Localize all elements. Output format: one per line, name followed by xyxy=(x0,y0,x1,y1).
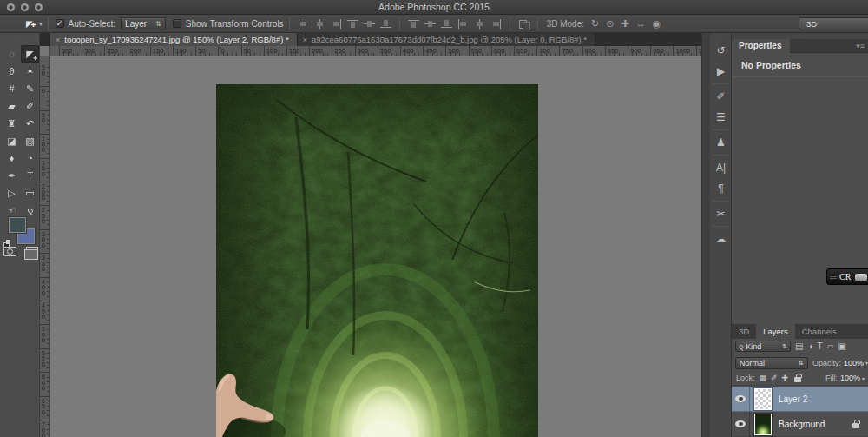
magic-wand-tool[interactable]: ✶ xyxy=(21,63,39,80)
layer-thumbnail[interactable] xyxy=(754,414,772,435)
workspace-switcher-button[interactable]: 3D xyxy=(799,17,868,30)
cr-button[interactable] xyxy=(855,274,867,281)
3d-camera-icon[interactable]: ◉ xyxy=(653,18,661,30)
tab-channels[interactable]: Channels xyxy=(795,324,844,339)
3d-slide-icon[interactable]: ↔ xyxy=(636,18,646,29)
paragraph-panel-icon[interactable]: ¶ xyxy=(710,178,732,199)
pen-tool[interactable]: ✒ xyxy=(3,167,21,184)
screen-mode-icon[interactable] xyxy=(26,247,38,255)
layer-row[interactable]: Layer 2 xyxy=(732,387,868,412)
align-left-edges-icon[interactable] xyxy=(298,19,309,29)
document-tab[interactable]: ×tooopen_sy_170936247241.jpg @ 150% (Lay… xyxy=(50,33,298,46)
3d-pan-icon[interactable]: ✚ xyxy=(621,18,628,30)
eye-icon[interactable] xyxy=(735,395,746,402)
zoom-tool[interactable]: ρ xyxy=(21,202,39,219)
panel-grip-icon[interactable]: ∙∙ xyxy=(710,33,731,40)
hand-tool[interactable]: ☜ xyxy=(3,202,21,219)
opacity-value[interactable]: 100% xyxy=(844,359,864,367)
healing-brush-tool[interactable]: ▰ xyxy=(3,97,21,115)
clone-stamp-tool[interactable]: ♜ xyxy=(3,115,21,132)
crop-tool[interactable]: # xyxy=(3,80,21,97)
eye-icon[interactable] xyxy=(735,420,746,427)
eraser-tool[interactable]: ◪ xyxy=(3,132,21,149)
layer-visibility-cell[interactable] xyxy=(732,387,750,412)
tab-3d[interactable]: 3D xyxy=(732,324,756,339)
eyedropper-tool[interactable]: ✎ xyxy=(21,80,39,97)
brush-settings-panel-icon[interactable]: ✐ xyxy=(710,86,732,107)
blend-mode-dropdown[interactable]: Normal ⇅ xyxy=(735,357,808,369)
blur-tool[interactable]: ♦ xyxy=(3,149,21,167)
lock-transparency-icon[interactable]: ▦ xyxy=(760,374,767,382)
panel-grip-icon[interactable]: ∙∙ xyxy=(0,33,39,40)
align-right-edges-icon[interactable] xyxy=(331,19,342,29)
tool-presets-panel-icon[interactable]: ✂ xyxy=(710,203,732,224)
layer-thumbnail[interactable] xyxy=(754,388,772,410)
creative-cloud-icon[interactable]: ☁ xyxy=(710,228,732,249)
lasso-tool[interactable]: ϑ xyxy=(3,63,21,80)
3d-roll-icon[interactable]: ⊙ xyxy=(606,18,614,30)
layer-comps-panel-icon[interactable]: ♟ xyxy=(710,132,732,153)
fill-value[interactable]: 100% xyxy=(840,374,860,382)
layer-row[interactable]: Background xyxy=(732,412,868,437)
tab-properties[interactable]: Properties xyxy=(732,39,790,53)
horizontal-ruler[interactable]: 3503002502001501005005010015020025030035… xyxy=(50,46,701,56)
3d-orbit-icon[interactable]: ↻ xyxy=(591,18,599,30)
filter-shape-layers-icon[interactable]: ▱ xyxy=(827,341,834,351)
distribute-top-edges-icon[interactable] xyxy=(408,19,419,29)
quick-mask-mode-icon[interactable] xyxy=(3,247,16,256)
floating-cr-bar[interactable]: CR xyxy=(826,268,868,285)
layer-name[interactable]: Background xyxy=(779,420,825,429)
marquee-tool[interactable]: ◌ xyxy=(3,45,21,63)
lock-all-icon[interactable] xyxy=(794,377,801,382)
no-properties-text: No Properties xyxy=(732,53,868,70)
distribute-vertical-centers-icon[interactable] xyxy=(424,19,436,29)
opacity-label: Opacity: xyxy=(812,359,841,367)
show-transform-checkbox[interactable] xyxy=(173,19,181,28)
panel-grip-icon[interactable]: ∙∙ xyxy=(732,33,868,39)
align-bottom-edges-icon[interactable] xyxy=(380,19,391,29)
distribute-right-edges-icon[interactable] xyxy=(490,19,502,29)
brush-tool[interactable]: ✐ xyxy=(21,97,39,115)
document-tab[interactable]: ×a92cea60776a1630a17673dd07fb24d2_b.jpg … xyxy=(298,33,595,46)
align-horizontal-centers-icon[interactable] xyxy=(314,19,326,29)
character-panel-icon[interactable]: A| xyxy=(710,157,732,178)
foreground-color-swatch[interactable] xyxy=(9,217,26,233)
history-brush-tool[interactable]: ↶ xyxy=(21,115,39,132)
layer-visibility-cell[interactable] xyxy=(732,412,750,437)
auto-align-layers-icon[interactable] xyxy=(518,19,529,29)
layer-filter-dropdown[interactable]: ρ Kind ⇅ xyxy=(735,341,791,352)
distribute-horizontal-centers-icon[interactable] xyxy=(474,19,485,29)
align-vertical-centers-icon[interactable] xyxy=(364,19,375,29)
move-tool[interactable]: ◤✚ xyxy=(21,45,39,63)
close-tab-icon[interactable]: × xyxy=(56,36,60,44)
filter-type-layers-icon[interactable]: T xyxy=(818,341,823,351)
close-tab-icon[interactable]: × xyxy=(303,36,307,44)
distribute-left-edges-icon[interactable] xyxy=(457,19,469,29)
dodge-tool[interactable]: ◔ xyxy=(21,149,39,167)
actions-panel-icon[interactable]: ▶ xyxy=(710,61,732,82)
lock-pixels-icon[interactable]: ✐ xyxy=(771,374,778,382)
filter-pixel-layers-icon[interactable]: ▤ xyxy=(795,341,803,351)
history-panel-icon[interactable]: ↺ xyxy=(710,40,732,61)
document-image[interactable] xyxy=(216,84,538,437)
align-top-edges-icon[interactable] xyxy=(347,19,358,29)
path-selection-tool[interactable]: ▷ xyxy=(3,184,21,202)
panel-menu-icon[interactable]: ▾≡ xyxy=(856,42,865,50)
tab-layers[interactable]: Layers xyxy=(756,324,795,339)
gradient-tool[interactable]: ▧ xyxy=(21,132,39,149)
cr-label: CR xyxy=(839,272,851,281)
vertical-ruler[interactable]: 5 005 01 0 01 5 02 0 02 5 03 0 03 5 04 0… xyxy=(40,56,50,437)
dock-divider[interactable]: ∙∙ xyxy=(701,33,710,437)
clone-source-panel-icon[interactable]: ☰ xyxy=(710,107,732,128)
shape-tool-icon: ▭ xyxy=(25,188,34,199)
lock-position-icon[interactable]: ✚ xyxy=(782,374,789,382)
distribute-bottom-edges-icon[interactable] xyxy=(441,19,452,29)
current-tool-button[interactable]: ◤ ✚ ▾ xyxy=(26,18,43,29)
auto-select-target-dropdown[interactable]: Layer ⇅ xyxy=(121,17,166,30)
filter-smart-objects-icon[interactable]: ▣ xyxy=(838,341,845,351)
layer-name[interactable]: Layer 2 xyxy=(779,394,807,404)
filter-adjustment-layers-icon[interactable]: ◑ xyxy=(807,341,812,351)
auto-select-checkbox[interactable]: ✓ xyxy=(56,19,64,28)
type-tool[interactable]: T xyxy=(21,167,39,184)
shape-tool[interactable]: ▭ xyxy=(21,184,39,202)
